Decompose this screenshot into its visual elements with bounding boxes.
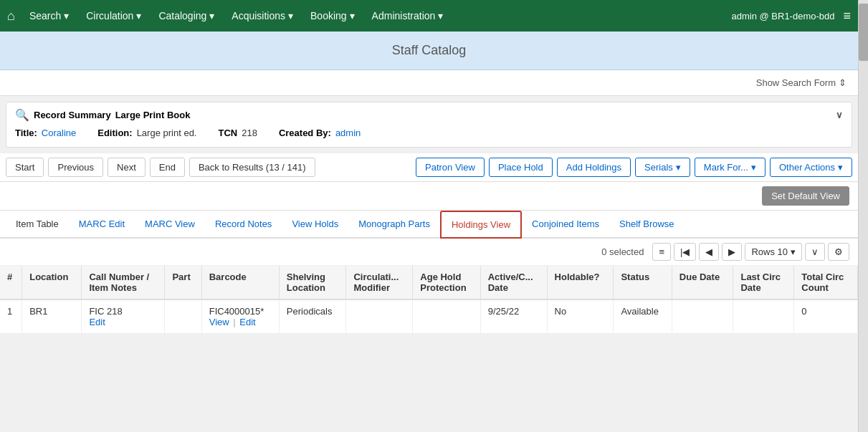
- nav-menu: Search ▾ Circulation ▾ Cataloging ▾ Acqu…: [22, 6, 732, 26]
- created-by-value[interactable]: admin: [335, 128, 361, 138]
- col-total-circ: Total CircCount: [794, 266, 858, 299]
- created-by-label: Created By:: [279, 128, 331, 138]
- edition-value: Large print ed.: [137, 128, 197, 138]
- cell-shelving-location: Periodicals: [279, 299, 346, 334]
- col-shelving-location: ShelvingLocation: [279, 266, 346, 299]
- tab-view-holds[interactable]: View Holds: [282, 211, 348, 238]
- record-summary-chevron[interactable]: ∨: [836, 110, 843, 120]
- cell-total-circ: 0: [794, 299, 858, 334]
- first-page-button[interactable]: |◀: [674, 243, 696, 261]
- record-summary-label: Record Summary: [34, 110, 111, 120]
- nav-acquisitions[interactable]: Acquisitions ▾: [224, 6, 300, 26]
- patron-view-button[interactable]: Patron View: [416, 158, 485, 177]
- tab-record-notes[interactable]: Record Notes: [205, 211, 282, 238]
- col-location: Location: [22, 266, 82, 299]
- prev-page-button[interactable]: ◀: [699, 243, 719, 261]
- cell-age-hold: [413, 299, 480, 334]
- set-default-bar: Set Default View: [0, 182, 858, 211]
- record-summary: 🔍 Record Summary Large Print Book ∨ Titl…: [6, 102, 852, 148]
- col-active-date: Active/C...Date: [480, 266, 547, 299]
- col-call-number: Call Number /Item Notes: [82, 266, 165, 299]
- col-part: Part: [165, 266, 201, 299]
- column-settings-button[interactable]: ⚙: [828, 243, 849, 261]
- add-holdings-button[interactable]: Add Holdings: [557, 158, 631, 177]
- other-actions-dropdown-button[interactable]: Other Actions ▾: [770, 158, 852, 177]
- hamburger-menu-icon[interactable]: ≡: [843, 9, 851, 24]
- show-search-form-button[interactable]: Show Search Form ⇕: [756, 77, 846, 88]
- rows-per-page-select[interactable]: Rows 10 ▾: [745, 243, 802, 261]
- nav-right: admin @ BR1-demo-bdd ≡: [732, 9, 852, 24]
- cell-holdable: No: [547, 299, 614, 334]
- cell-status: Available: [614, 299, 672, 334]
- tcn-label: TCN: [218, 128, 237, 138]
- search-form-bar: Show Search Form ⇕: [0, 70, 858, 96]
- tabs-bar: Item Table MARC Edit MARC View Record No…: [0, 211, 858, 239]
- sort-direction-button[interactable]: ∨: [805, 243, 825, 261]
- record-details: Title: Coraline Edition: Large print ed.…: [15, 122, 843, 141]
- serials-dropdown-button[interactable]: Serials ▾: [635, 158, 690, 177]
- mark-for-dropdown-button[interactable]: Mark For... ▾: [695, 158, 766, 177]
- cell-num: 1: [0, 299, 22, 334]
- cell-call-number: FIC 218 Edit: [82, 299, 165, 334]
- col-num: #: [0, 266, 22, 299]
- col-holdable: Holdable?: [547, 266, 614, 299]
- tab-marc-view[interactable]: MARC View: [135, 211, 205, 238]
- nav-administration[interactable]: Administration ▾: [365, 6, 451, 26]
- edition-label: Edition:: [97, 128, 132, 138]
- barcode-view-link[interactable]: View: [209, 317, 229, 327]
- col-age-hold: Age HoldProtection: [413, 266, 480, 299]
- tab-monograph-parts[interactable]: Monograph Parts: [348, 211, 440, 238]
- call-number-edit-link[interactable]: Edit: [89, 317, 105, 327]
- top-navigation: ⌂ Search ▾ Circulation ▾ Cataloging ▾ Ac…: [0, 0, 858, 32]
- back-to-results-button[interactable]: Back to Results (13 / 141): [189, 158, 315, 177]
- col-status: Status: [614, 266, 672, 299]
- tab-shelf-browse[interactable]: Shelf Browse: [609, 211, 685, 238]
- next-button[interactable]: Next: [108, 158, 146, 177]
- book-type: Large Print Book: [115, 110, 191, 120]
- col-due-date: Due Date: [672, 266, 733, 299]
- user-info: admin @ BR1-demo-bdd: [732, 11, 835, 21]
- col-circ-modifier: Circulati...Modifier: [346, 266, 413, 299]
- nav-cataloging[interactable]: Cataloging ▾: [151, 6, 221, 26]
- col-barcode: Barcode: [201, 266, 279, 299]
- action-bar: Start Previous Next End Back to Results …: [0, 153, 858, 182]
- place-hold-button[interactable]: Place Hold: [489, 158, 553, 177]
- book-icon: 🔍: [15, 108, 29, 122]
- cell-last-circ: [733, 299, 794, 334]
- cell-active-date: 9/25/22: [480, 299, 547, 334]
- table-controls: 0 selected ≡ |◀ ◀ ▶ Rows 10 ▾ ∨ ⚙: [0, 239, 858, 266]
- col-last-circ: Last CircDate: [733, 266, 794, 299]
- title-label: Title:: [15, 128, 37, 138]
- bulk-actions-button[interactable]: ≡: [652, 243, 671, 261]
- tab-conjoined-items[interactable]: Conjoined Items: [522, 211, 609, 238]
- table-row: 1 BR1 FIC 218 Edit FIC4000015* View | Ed…: [0, 299, 858, 334]
- cell-barcode: FIC4000015* View | Edit: [201, 299, 279, 334]
- nav-booking[interactable]: Booking ▾: [303, 6, 362, 26]
- holdings-table: # Location Call Number /Item Notes Part …: [0, 266, 858, 334]
- cell-circ-modifier: [346, 299, 413, 334]
- tab-marc-edit[interactable]: MARC Edit: [69, 211, 135, 238]
- record-summary-header: 🔍 Record Summary Large Print Book ∨: [15, 108, 843, 122]
- home-icon[interactable]: ⌂: [7, 9, 15, 24]
- end-button[interactable]: End: [150, 158, 185, 177]
- tcn-value: 218: [242, 128, 257, 138]
- barcode-edit-link[interactable]: Edit: [239, 317, 255, 327]
- start-button[interactable]: Start: [6, 158, 44, 177]
- tab-item-table[interactable]: Item Table: [6, 211, 69, 238]
- nav-search[interactable]: Search ▾: [22, 6, 76, 26]
- next-page-button[interactable]: ▶: [722, 243, 742, 261]
- title-value[interactable]: Coraline: [42, 128, 76, 138]
- cell-location: BR1: [22, 299, 82, 334]
- staff-catalog-banner: Staff Catalog: [0, 32, 858, 70]
- cell-due-date: [672, 299, 733, 334]
- previous-button[interactable]: Previous: [48, 158, 103, 177]
- tab-holdings-view[interactable]: Holdings View: [440, 211, 522, 239]
- set-default-view-button[interactable]: Set Default View: [762, 186, 849, 206]
- table-header-row: # Location Call Number /Item Notes Part …: [0, 266, 858, 299]
- selected-count: 0 selected: [601, 246, 644, 257]
- cell-part: [165, 299, 201, 334]
- nav-circulation[interactable]: Circulation ▾: [79, 6, 148, 26]
